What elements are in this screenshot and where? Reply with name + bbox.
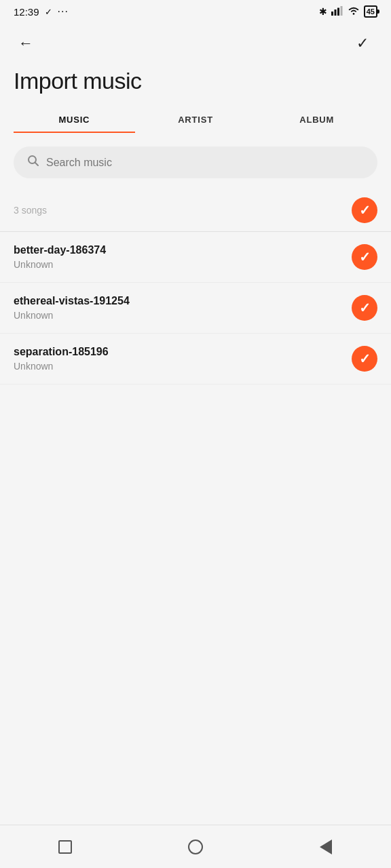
songs-count-row: 3 songs ✓ (0, 192, 391, 231)
tab-artist[interactable]: ARTIST (135, 108, 257, 133)
content-area: 3 songs ✓ better-day-186374 Unknown ✓ et… (0, 192, 391, 439)
song-check-icon: ✓ (359, 351, 371, 367)
status-left: 12:39 ✓ ··· (14, 5, 69, 18)
song-select-button[interactable]: ✓ (352, 244, 377, 270)
song-item: better-day-186374 Unknown ✓ (0, 232, 391, 283)
search-input[interactable] (46, 157, 364, 169)
song-info: separation-185196 Unknown (14, 346, 109, 372)
song-item: separation-185196 Unknown ✓ (0, 334, 391, 384)
song-item: ethereal-vistas-191254 Unknown ✓ (0, 283, 391, 334)
search-icon (27, 155, 39, 170)
song-check-icon: ✓ (359, 249, 371, 265)
nav-home-icon (188, 840, 203, 854)
page-title: Import music (0, 65, 391, 108)
back-button[interactable]: ← (11, 28, 41, 58)
song-select-button[interactable]: ✓ (352, 346, 377, 372)
nav-home-button[interactable] (179, 831, 212, 863)
song-title: better-day-186374 (14, 244, 106, 256)
back-arrow-icon: ← (18, 35, 33, 52)
svg-rect-1 (334, 9, 336, 16)
confirm-button[interactable]: ✓ (348, 28, 377, 58)
confirm-checkmark-icon: ✓ (356, 35, 369, 52)
status-dots-icon: ··· (58, 5, 69, 18)
tab-album[interactable]: ALBUM (256, 108, 377, 133)
tab-music[interactable]: MUSIC (14, 108, 135, 133)
svg-line-6 (35, 163, 39, 166)
song-title: separation-185196 (14, 346, 109, 358)
status-bar: 12:39 ✓ ··· ✱ 45 (0, 0, 391, 22)
wifi-icon (348, 6, 360, 18)
svg-rect-3 (340, 6, 342, 16)
song-info: ethereal-vistas-191254 Unknown (14, 295, 130, 321)
song-check-icon: ✓ (359, 300, 371, 316)
song-artist: Unknown (14, 361, 109, 372)
select-all-check-icon: ✓ (359, 202, 371, 218)
song-info: better-day-186374 Unknown (14, 244, 106, 270)
song-select-button[interactable]: ✓ (352, 295, 377, 321)
song-artist: Unknown (14, 259, 106, 270)
battery-icon: 45 (364, 5, 377, 18)
svg-rect-0 (331, 12, 333, 16)
nav-bar (0, 825, 391, 868)
nav-back-icon (320, 840, 332, 854)
search-container (0, 144, 391, 192)
app-bar: ← ✓ (0, 22, 391, 65)
signal-icon (331, 6, 343, 18)
song-title: ethereal-vistas-191254 (14, 295, 130, 307)
nav-back-button[interactable] (310, 831, 342, 863)
status-right: ✱ 45 (319, 5, 377, 18)
status-check-icon: ✓ (45, 7, 52, 17)
bluetooth-icon: ✱ (319, 6, 327, 17)
tabs-row: MUSIC ARTIST ALBUM (0, 108, 391, 133)
songs-count: 3 songs (14, 205, 47, 216)
nav-recents-icon (58, 840, 72, 854)
svg-rect-2 (337, 7, 339, 16)
select-all-button[interactable]: ✓ (352, 197, 377, 223)
nav-recents-button[interactable] (49, 831, 81, 863)
song-artist: Unknown (14, 310, 130, 321)
status-time: 12:39 (14, 6, 39, 18)
svg-point-4 (352, 13, 354, 15)
search-bar (14, 146, 377, 178)
